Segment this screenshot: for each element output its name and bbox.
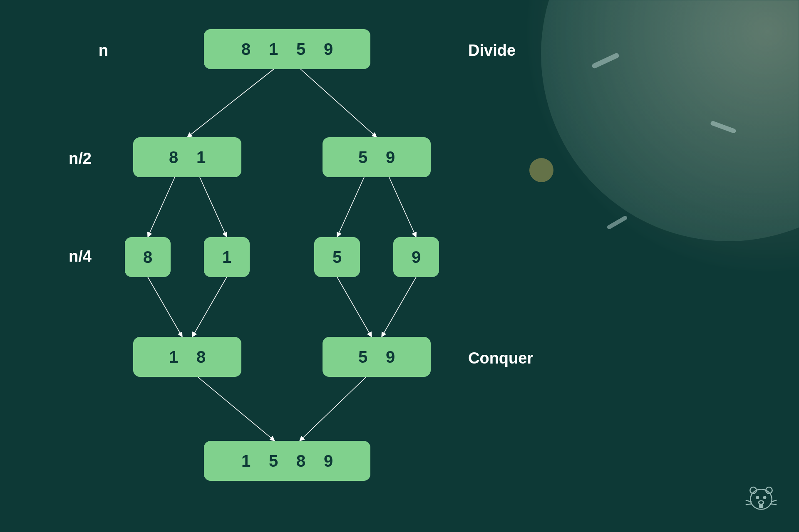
node-l1-right: 5 9: [323, 137, 431, 177]
node-value: 5: [267, 452, 280, 470]
arrow: [337, 277, 372, 337]
svg-point-3: [757, 496, 759, 498]
node-value: 5: [295, 40, 307, 59]
node-value: 5: [357, 148, 369, 167]
level-label-n2: n/2: [42, 150, 92, 168]
node-value: 1: [240, 452, 252, 470]
node-value: 9: [322, 40, 335, 59]
svg-point-4: [764, 496, 766, 498]
node-m1-right: 5 9: [323, 337, 431, 377]
arrow: [389, 177, 416, 237]
level-label-n: n: [58, 42, 108, 59]
node-value: 9: [384, 148, 397, 167]
svg-line-8: [746, 504, 751, 505]
diagram-stage: n n/2 n/4 Divide Conquer 8 1 5 9 8 1 5 9…: [0, 0, 799, 532]
arrow: [337, 177, 364, 237]
node-l2-b: 1: [204, 237, 250, 277]
node-final: 1 5 8 9: [204, 441, 370, 481]
node-value: 8: [141, 248, 154, 267]
arrow: [300, 69, 377, 137]
node-l1-left: 8 1: [133, 137, 241, 177]
node-value: 1: [221, 248, 233, 267]
phase-label-divide: Divide: [468, 42, 516, 59]
beaver-mascot-icon: [743, 480, 779, 515]
node-value: 1: [267, 40, 280, 59]
arrow: [187, 69, 274, 137]
svg-rect-6: [759, 504, 763, 508]
node-root: 8 1 5 9: [204, 29, 370, 69]
arrow: [192, 277, 227, 337]
node-l2-a: 8: [125, 237, 171, 277]
node-value: 8: [295, 452, 307, 470]
arrow: [200, 177, 227, 237]
node-value: 9: [410, 248, 422, 267]
node-value: 8: [167, 148, 180, 167]
phase-label-conquer: Conquer: [468, 349, 533, 367]
decor-blob-small: [529, 158, 553, 182]
node-value: 1: [195, 148, 207, 167]
svg-line-10: [771, 504, 776, 505]
node-value: 5: [331, 248, 343, 267]
node-value: 1: [167, 348, 180, 366]
arrow: [198, 377, 275, 441]
arrow: [382, 277, 416, 337]
arrow: [148, 277, 182, 337]
node-value: 8: [195, 348, 207, 366]
node-value: 9: [322, 452, 335, 470]
node-l2-c: 5: [314, 237, 360, 277]
level-label-n4: n/4: [42, 247, 92, 265]
decor-grain: [483, 0, 799, 316]
node-value: 8: [240, 40, 252, 59]
node-value: 9: [384, 348, 397, 366]
node-value: 5: [357, 348, 369, 366]
svg-point-5: [759, 501, 764, 505]
arrow: [148, 177, 175, 237]
arrow: [300, 377, 366, 441]
node-l2-d: 9: [393, 237, 439, 277]
node-m1-left: 1 8: [133, 337, 241, 377]
